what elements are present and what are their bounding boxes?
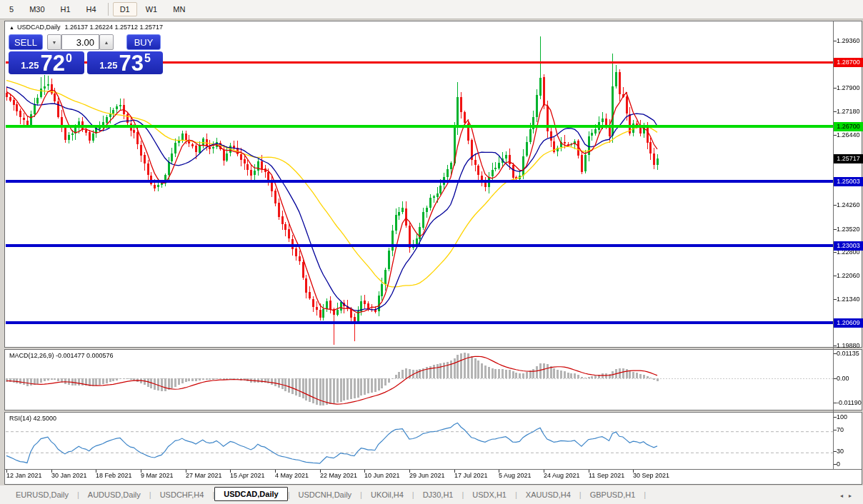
timeframe-button-w1[interactable]: W1 xyxy=(139,2,165,16)
spin-up-icon: ▲ xyxy=(104,40,109,45)
price-badge-1.26700: 1.26700 xyxy=(834,122,863,131)
buy-price-big: 73 xyxy=(119,53,143,74)
date-axis-label: 10 Jun 2021 xyxy=(364,472,400,479)
spin-down-icon: ▼ xyxy=(52,40,57,45)
panel-separator-rsi[interactable] xyxy=(4,410,862,413)
rsi-value: 42.5000 xyxy=(34,415,57,422)
rsi-name: RSI(14) xyxy=(9,415,31,422)
timeframe-button-5[interactable]: 5 xyxy=(2,2,21,16)
chart-quotes: 1.26137 1.26224 1.25712 1.25717 xyxy=(64,24,163,31)
sell-price-big: 72 xyxy=(40,53,64,74)
macd-axis-label: 0.01135 xyxy=(837,350,859,357)
toolbar-separator xyxy=(108,3,109,16)
date-axis-label: 17 Jul 2021 xyxy=(454,472,488,479)
tab-audusd-daily[interactable]: AUDUSD,Daily xyxy=(79,488,149,502)
timeframe-button-h1[interactable]: H1 xyxy=(54,2,78,16)
panel-separator-macd[interactable] xyxy=(4,347,862,350)
price-badge-1.25717: 1.25717 xyxy=(834,154,863,163)
price-axis-label: 1.26440 xyxy=(837,131,860,138)
tab-eurusd-daily[interactable]: EURUSD,Daily xyxy=(7,488,77,502)
sell-price-pip: 0 xyxy=(66,52,72,65)
chart-window[interactable] xyxy=(4,21,862,485)
price-axis-label: 1.22060 xyxy=(837,272,860,279)
volume-decrease-button[interactable]: ▼ xyxy=(47,34,61,50)
tab-gbpusd-h1[interactable]: GBPUSD,H1 xyxy=(582,488,644,502)
sell-button[interactable]: SELL xyxy=(9,34,43,50)
rsi-axis-label: 70 xyxy=(837,426,844,433)
date-axis-label: 22 May 2021 xyxy=(320,472,357,479)
price-badge-1.28700: 1.28700 xyxy=(834,58,863,67)
trading-app-window: { "toolbar": { "timeframes": [ {"label":… xyxy=(0,0,863,504)
sell-price-base: 1.25 xyxy=(21,60,39,71)
timeframe-toolbar: 5M30H1H4D1W1MN xyxy=(0,0,863,19)
date-axis-label: 12 Jan 2021 xyxy=(6,472,42,479)
date-axis-label: 27 Mar 2021 xyxy=(186,472,222,479)
tab-usdchf-h4[interactable]: USDCHF,H4 xyxy=(151,488,213,502)
rsi-label: RSI(14) 42.5000 xyxy=(9,415,56,422)
buy-price-pip: 5 xyxy=(144,52,151,65)
date-axis-border xyxy=(4,469,862,470)
rsi-axis-label: 100 xyxy=(837,413,847,420)
macd-axis-label: 0.00 xyxy=(837,375,849,382)
collapse-arrow-icon[interactable]: ▲ xyxy=(9,25,14,30)
date-axis-label: 18 Feb 2021 xyxy=(96,472,132,479)
sell-button-label: SELL xyxy=(14,37,37,48)
macd-axis-label: -0.01190 xyxy=(837,399,862,406)
price-axis-label: 1.24260 xyxy=(837,201,860,208)
date-axis-label: 30 Sep 2021 xyxy=(633,472,669,479)
timeframe-button-h4[interactable]: H4 xyxy=(79,2,104,16)
timeframe-button-m30[interactable]: M30 xyxy=(22,2,51,16)
tab-usdx-h1[interactable]: USDX,H1 xyxy=(464,488,515,502)
macd-name: MACD(12,26,9) xyxy=(9,352,54,359)
macd-values: -0.001477 0.000576 xyxy=(56,352,114,359)
buy-price-panel[interactable]: 1.25 73 5 xyxy=(87,51,163,74)
tab-usdcad-daily[interactable]: USDCAD,Daily xyxy=(214,487,287,501)
rsi-axis-label: 30 xyxy=(837,448,844,455)
tab-separator: | xyxy=(644,490,646,499)
buy-button-label: BUY xyxy=(134,37,154,48)
price-axis-label: 1.29360 xyxy=(837,37,860,44)
volume-value: 3.00 xyxy=(76,37,94,48)
tab-scroll-arrows: ◂▸ xyxy=(840,493,857,499)
price-axis-label: 1.27900 xyxy=(837,84,860,91)
macd-label: MACD(12,26,9) -0.001477 0.000576 xyxy=(9,352,114,359)
price-badge-1.25003: 1.25003 xyxy=(834,177,863,186)
chart-title: ▲USDCAD,Daily1.26137 1.26224 1.25712 1.2… xyxy=(9,24,163,31)
date-axis-label: 30 Jan 2021 xyxy=(51,472,87,479)
tab-ukoil-h4[interactable]: UKOil,H4 xyxy=(362,488,412,502)
sell-price-panel[interactable]: 1.25 72 0 xyxy=(9,51,84,74)
date-axis-label: 5 Aug 2021 xyxy=(499,472,532,479)
volume-input[interactable]: 3.00 xyxy=(61,34,99,50)
date-axis-label: 11 Sep 2021 xyxy=(589,472,624,479)
rsi-axis-label: 0 xyxy=(837,460,840,468)
tab-scroll-left-icon[interactable]: ◂ xyxy=(840,493,849,499)
date-axis-label: 29 Jun 2021 xyxy=(409,472,445,479)
price-axis-label: 1.19880 xyxy=(837,342,860,349)
volume-increase-button[interactable]: ▲ xyxy=(99,34,114,50)
timeframe-button-mn[interactable]: MN xyxy=(166,2,192,16)
chart-tab-bar: EURUSD,Daily|AUDUSD,Daily|USDCHF,H4|USDC… xyxy=(0,485,863,504)
tab-xauusd-h4[interactable]: XAUUSD,H4 xyxy=(517,488,579,502)
buy-price-base: 1.25 xyxy=(99,60,117,71)
price-axis-label: 1.27180 xyxy=(837,108,860,115)
tab-scroll-right-icon[interactable]: ▸ xyxy=(849,493,857,499)
price-axis-label: 1.23520 xyxy=(837,226,860,233)
tab-usdcnh-daily[interactable]: USDCNH,Daily xyxy=(290,488,361,502)
date-axis-label: 24 Aug 2021 xyxy=(544,472,580,479)
buy-button[interactable]: BUY xyxy=(126,34,161,50)
price-badge-1.23003: 1.23003 xyxy=(834,241,863,251)
price-axis-label: 1.21340 xyxy=(837,296,860,303)
chart-symbol: USDCAD,Daily xyxy=(17,24,61,31)
price-badge-1.20609: 1.20609 xyxy=(834,318,863,328)
date-axis-label: 15 Apr 2021 xyxy=(230,472,265,479)
date-axis-label: 4 May 2021 xyxy=(275,472,309,479)
tab-dj30-h1[interactable]: DJ30,H1 xyxy=(414,488,462,502)
timeframe-button-d1[interactable]: D1 xyxy=(113,2,137,16)
date-axis-label: 9 Mar 2021 xyxy=(141,472,174,479)
